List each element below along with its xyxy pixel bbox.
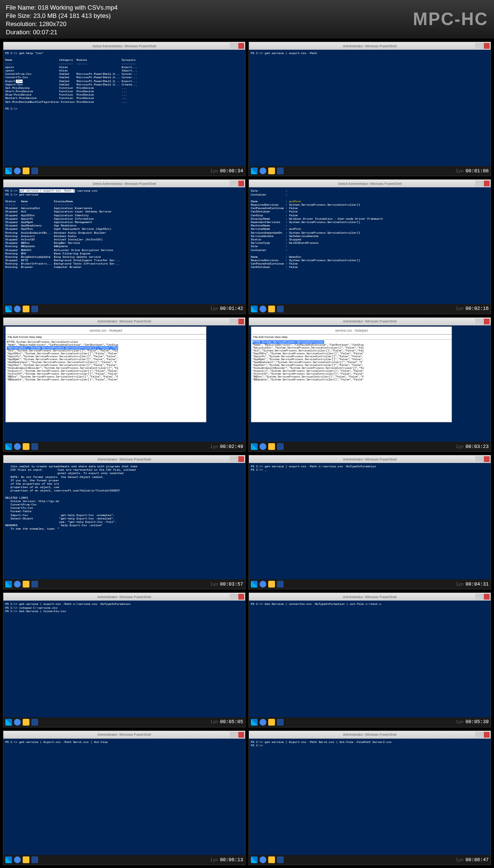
ie-icon[interactable] [260, 443, 266, 450]
ps-icon[interactable] [31, 856, 38, 863]
window-titlebar: Administrator: Windows PowerShell [3, 318, 245, 325]
thumbnail-4[interactable]: Administrator: Windows PowerShellservice… [3, 317, 246, 452]
thumbnail-11[interactable]: Administrator: Windows PowerShellPS C:\>… [248, 730, 491, 865]
win-icon[interactable] [5, 856, 12, 863]
console-output[interactable]: PS C:\> get-service | export-csv -Path c… [249, 463, 491, 474]
thumbnail-8[interactable]: Administrator: Windows PowerShellPS C:\>… [3, 592, 246, 727]
window-titlebar: Select Administrator: Windows PowerShell [3, 42, 245, 50]
notepad-body[interactable]: #TYPE System.ServiceProcess.ServiceContr… [6, 340, 206, 383]
fld-icon[interactable] [268, 168, 275, 174]
ie-icon[interactable] [260, 856, 266, 863]
fld-icon[interactable] [23, 856, 29, 863]
ie-icon[interactable] [260, 581, 266, 588]
notepad-window: service.csv - NotepadFile Edit Format Vi… [251, 326, 452, 422]
console-output[interactable]: PS C:\> get-service | export-csv -Path [249, 50, 491, 57]
fld-icon[interactable] [23, 719, 29, 726]
win-icon[interactable] [5, 168, 12, 174]
taskbar[interactable]: 00:05:05 [3, 717, 245, 727]
ps-icon[interactable] [277, 443, 284, 450]
console-output[interactable]: PS C:\> get-service | export-csv -Path C… [3, 187, 245, 271]
console-output[interactable]: PS C:\> get-service | export-csv -Path c… [3, 601, 245, 615]
thumbnail-7[interactable]: Administrator: Windows PowerShellPS C:\>… [248, 455, 491, 589]
console-output[interactable]: PS C:\> get-service | Export-csv -Path S… [249, 739, 491, 749]
win-icon[interactable] [5, 443, 12, 450]
ps-icon[interactable] [31, 168, 38, 174]
ps-icon[interactable] [277, 306, 284, 312]
thumbnail-5[interactable]: Administrator: Windows PowerShellservice… [248, 317, 491, 452]
taskbar[interactable]: 00:01:08 [249, 166, 491, 176]
console-output[interactable]: PS C:\> get-help *csv* Name Category Mod… [3, 50, 245, 112]
win-icon[interactable] [251, 719, 258, 726]
window-titlebar: Administrator: Windows PowerShell [249, 731, 491, 739]
taskbar[interactable]: 00:05:39 [249, 717, 491, 727]
fld-icon[interactable] [23, 443, 29, 450]
ps-icon[interactable] [277, 719, 284, 726]
win-icon[interactable] [5, 719, 12, 726]
ie-icon[interactable] [14, 168, 21, 174]
fld-icon[interactable] [268, 306, 275, 312]
thumbnail-10[interactable]: Administrator: Windows PowerShellPS C:\>… [3, 730, 246, 865]
thumbnail-grid: Select Administrator: Windows PowerShell… [0, 39, 494, 868]
fld-icon[interactable] [268, 719, 275, 726]
ps-icon[interactable] [31, 306, 38, 312]
notepad-menu[interactable]: File Edit Format View Help [6, 335, 206, 340]
notepad-menu[interactable]: File Edit Format View Help [251, 335, 452, 340]
console-output[interactable]: PS C:\> Get-Service | convertto-csv -NoT… [249, 601, 491, 608]
timestamp: 00:00:34 [210, 168, 243, 174]
duration: Duration: 00:07:21 [6, 28, 118, 37]
taskbar[interactable]: 00:03:57 [3, 579, 245, 589]
notepad-titlebar: service.csv - Notepad [251, 327, 452, 335]
thumbnail-2[interactable]: Select Administrator: Windows PowerShell… [3, 179, 246, 314]
win-icon[interactable] [251, 306, 258, 312]
console-output[interactable]: PS C:\> get-service | Export-csv -Path S… [3, 739, 245, 746]
taskbar[interactable]: 00:02:49 [3, 442, 245, 451]
window-titlebar: Administrator: Windows PowerShell [3, 593, 245, 601]
fld-icon[interactable] [23, 168, 29, 174]
ie-icon[interactable] [260, 719, 266, 726]
thumbnail-1[interactable]: Administrator: Windows PowerShellPS C:\>… [248, 42, 491, 176]
console-output[interactable]: this cmdlet to create spreadsheets and s… [3, 463, 245, 533]
win-icon[interactable] [251, 168, 258, 174]
taskbar[interactable]: 00:06:13 [3, 855, 245, 865]
ie-icon[interactable] [14, 443, 21, 450]
taskbar[interactable]: 00:06:47 [249, 855, 491, 865]
win-icon[interactable] [5, 581, 12, 588]
ps-icon[interactable] [277, 168, 284, 174]
win-icon[interactable] [251, 443, 258, 450]
ps-icon[interactable] [277, 581, 284, 588]
fld-icon[interactable] [23, 581, 29, 588]
taskbar[interactable]: 00:04:31 [249, 579, 491, 589]
timestamp: 00:05:39 [456, 719, 489, 725]
taskbar[interactable]: 00:02:16 [249, 304, 491, 314]
ie-icon[interactable] [14, 581, 21, 588]
timestamp: 00:06:47 [456, 857, 489, 863]
ps-icon[interactable] [277, 856, 284, 863]
ie-icon[interactable] [14, 856, 21, 863]
ie-icon[interactable] [14, 306, 21, 312]
win-icon[interactable] [5, 306, 12, 312]
thumbnail-0[interactable]: Select Administrator: Windows PowerShell… [3, 42, 246, 176]
taskbar[interactable]: 00:01:42 [3, 304, 245, 314]
taskbar[interactable]: 00:00:34 [3, 166, 245, 176]
ie-icon[interactable] [14, 719, 21, 726]
timestamp: 00:05:05 [210, 719, 243, 725]
timestamp: 00:01:08 [456, 168, 489, 174]
ie-icon[interactable] [260, 306, 266, 312]
fld-icon[interactable] [268, 443, 275, 450]
thumbnail-6[interactable]: Administrator: Windows PowerShell this c… [3, 455, 246, 589]
thumbnail-3[interactable]: Select Administrator: Windows PowerShell… [248, 179, 491, 314]
fld-icon[interactable] [268, 856, 275, 863]
ps-icon[interactable] [31, 581, 38, 588]
fld-icon[interactable] [23, 306, 29, 312]
taskbar[interactable]: 00:03:23 [249, 442, 491, 451]
win-icon[interactable] [251, 856, 258, 863]
ie-icon[interactable] [260, 168, 266, 174]
thumbnail-9[interactable]: Administrator: Windows PowerShellPS C:\>… [248, 592, 491, 727]
ps-icon[interactable] [31, 719, 38, 726]
notepad-body[interactable]: #TYPE System.ServiceProcess.ServiceContr… [251, 340, 452, 383]
ps-icon[interactable] [31, 443, 38, 450]
win-icon[interactable] [251, 581, 258, 588]
file-info: File Name: 018 Working with CSVs.mp4 Fil… [6, 4, 118, 35]
fld-icon[interactable] [268, 581, 275, 588]
console-output[interactable]: Site : Container : Name : wudfsvc Requir… [249, 187, 491, 271]
